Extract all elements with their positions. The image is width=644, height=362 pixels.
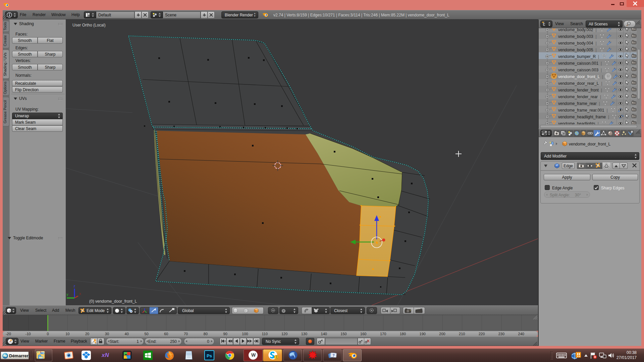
svg-text:(0) vendome_door_front_L: (0) vendome_door_front_L	[89, 299, 137, 304]
svg-text:User Ortho (Local): User Ortho (Local)	[72, 23, 106, 27]
svg-text:Ps: Ps	[207, 353, 212, 358]
svg-text:?: ?	[332, 353, 335, 357]
svg-text:z: z	[73, 284, 75, 288]
svg-text:x: x	[79, 292, 81, 296]
svg-text:y: y	[66, 292, 68, 296]
